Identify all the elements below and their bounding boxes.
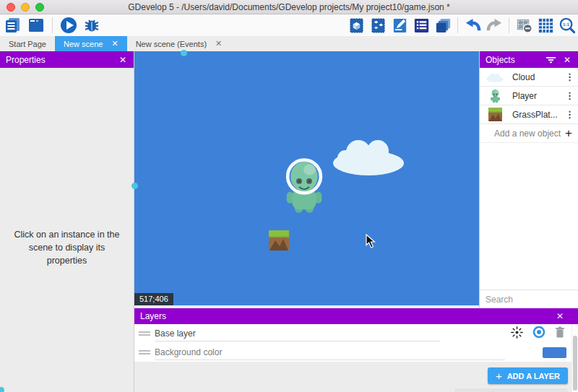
drag-handle-icon[interactable]: [139, 330, 150, 337]
layers-title: Layers: [140, 311, 555, 321]
editor-tabs: Start Page New scene ✕ New scene (Events…: [0, 36, 578, 51]
close-tab-icon[interactable]: ✕: [215, 39, 222, 48]
mouse-cursor: [366, 234, 376, 249]
window-title: GDevelop 5 - /Users/david/Documents/GDev…: [128, 2, 450, 12]
tab-start-page[interactable]: Start Page: [0, 36, 55, 51]
delete-layer-icon[interactable]: [555, 326, 565, 341]
plus-icon: +: [565, 126, 572, 141]
grass-platform-thumbnail: [484, 108, 506, 121]
layer-row-background-color: Background color: [134, 343, 578, 362]
add-layer-button[interactable]: + ADD A LAYER: [488, 367, 568, 384]
properties-panel: Properties ✕ Click on an instance in the…: [0, 51, 134, 392]
tab-new-scene-events[interactable]: New scene (Events) ✕: [127, 36, 231, 51]
layers-panel: Layers ✕ Base layer: [134, 308, 578, 392]
edit-scene-icon[interactable]: [390, 16, 409, 35]
objects-title: Objects: [486, 55, 546, 65]
background-color-label: Background color: [155, 344, 505, 360]
main-toolbar: 1:1: [0, 14, 578, 36]
panel-resize-handle-bottom[interactable]: [0, 387, 4, 392]
objects-empty-area: [480, 143, 578, 289]
layers-header: Layers ✕: [134, 308, 578, 324]
player-instance-selected[interactable]: [284, 157, 324, 214]
tab-label: New scene (Events): [136, 40, 207, 48]
add-layer-label: ADD A LAYER: [507, 372, 560, 380]
play-preview-icon[interactable]: [59, 16, 78, 35]
object-name: Cloud: [512, 72, 565, 82]
cursor-coordinates-badge: 517;406: [134, 293, 173, 305]
add-new-object-button[interactable]: Add a new object +: [480, 124, 578, 143]
grass-platform-instance[interactable]: [269, 230, 289, 251]
object-name: GrassPlat...: [512, 110, 565, 120]
grid-icon[interactable]: [536, 16, 555, 35]
objects-list-icon[interactable]: [412, 16, 431, 35]
title-bar: GDevelop 5 - /Users/david/Documents/GDev…: [0, 0, 578, 14]
gdevelop-window: GDevelop 5 - /Users/david/Documents/GDev…: [0, 0, 578, 392]
zoom-window-button[interactable]: [35, 3, 44, 12]
close-icon[interactable]: ✕: [562, 55, 572, 65]
preview-window-icon[interactable]: [27, 16, 46, 35]
properties-header: Properties ✕: [0, 51, 134, 68]
tab-label: New scene: [64, 40, 103, 48]
object-name: Player: [512, 91, 565, 101]
minimize-window-button[interactable]: [21, 3, 30, 12]
undo-icon[interactable]: [463, 16, 482, 35]
redo-icon[interactable]: [485, 16, 504, 35]
drag-handle-icon[interactable]: [139, 349, 150, 356]
close-icon[interactable]: ✕: [118, 55, 128, 65]
layers-scrollbar[interactable]: [571, 324, 578, 392]
scene-editor-canvas[interactable]: 517;406: [134, 51, 479, 305]
properties-empty-message: Click on an instance in the scene to dis…: [0, 228, 134, 267]
tab-new-scene[interactable]: New scene ✕: [55, 36, 127, 51]
search-input[interactable]: [486, 295, 578, 305]
plus-icon: +: [496, 370, 502, 382]
object-row-cloud[interactable]: Cloud ⋮: [480, 68, 578, 87]
mask-delete-icon[interactable]: [514, 16, 533, 35]
cloud-instance[interactable]: [332, 134, 405, 176]
layer-name-field[interactable]: Base layer: [155, 326, 440, 341]
object-row-player[interactable]: Player ⋮: [480, 87, 578, 105]
close-tab-icon[interactable]: ✕: [111, 39, 118, 48]
object-menu-icon[interactable]: ⋮: [565, 90, 574, 101]
layer-row-base: Base layer: [134, 324, 578, 343]
panel-resize-handle-top[interactable]: [181, 50, 187, 56]
toolbar-separator: [52, 17, 53, 33]
layer-effects-icon[interactable]: [511, 326, 523, 341]
cloud-thumbnail: [484, 72, 506, 82]
objects-panel: Objects ✕ Cloud ⋮ Player ⋮ GrassPlat... …: [479, 51, 578, 308]
export-scene-icon[interactable]: [347, 16, 366, 35]
traffic-lights: [7, 3, 44, 12]
panel-resize-handle-left[interactable]: [131, 183, 138, 189]
project-manager-icon[interactable]: [4, 16, 22, 35]
zoom-one-to-one-icon[interactable]: 1:1: [558, 16, 577, 35]
layers-toolbar-icon[interactable]: [434, 16, 452, 35]
background-color-swatch[interactable]: [543, 347, 566, 358]
instances-icon[interactable]: [368, 16, 387, 35]
layers-actions-area: + ADD A LAYER + ADD LIGHTING LAYER: [134, 362, 578, 392]
object-menu-icon[interactable]: ⋮: [565, 71, 574, 82]
toolbar-separator: [457, 17, 458, 33]
properties-title: Properties: [6, 55, 118, 65]
close-window-button[interactable]: [7, 3, 15, 12]
toolbar-separator: [509, 17, 509, 33]
close-icon[interactable]: ✕: [555, 311, 565, 321]
object-menu-icon[interactable]: ⋮: [565, 109, 574, 120]
player-thumbnail: [484, 88, 506, 103]
layer-visibility-icon[interactable]: [532, 326, 545, 341]
objects-search-row: [480, 289, 578, 308]
object-row-grassplatform[interactable]: GrassPlat... ⋮: [480, 105, 578, 124]
tab-label: Start Page: [9, 40, 46, 48]
add-object-label: Add a new object: [494, 129, 565, 139]
filter-icon[interactable]: [546, 53, 562, 66]
svg-text:1:1: 1:1: [563, 22, 570, 27]
objects-header: Objects ✕: [480, 51, 578, 68]
add-lighting-layer-button[interactable]: + ADD LIGHTING LAYER: [454, 388, 568, 392]
scrollbar-thumb[interactable]: [573, 336, 577, 391]
debug-icon[interactable]: [82, 16, 101, 35]
